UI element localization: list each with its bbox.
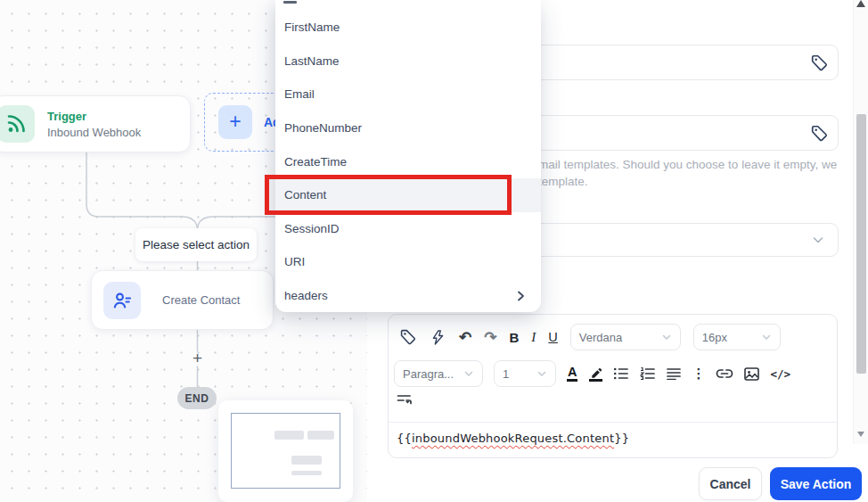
placeholder-bar: [274, 431, 304, 440]
dropdown-item-email[interactable]: Email: [275, 78, 541, 111]
dropdown-item-sessionid[interactable]: SessionID: [275, 212, 541, 246]
braces-open: {{: [397, 432, 412, 445]
editor-content[interactable]: {{inboundWebhookRequest.Content}}: [397, 432, 629, 445]
create-contact-node[interactable]: Create Contact: [91, 270, 274, 330]
template-wireframe: [231, 413, 340, 489]
editor-toolbar-row-1: ↶ ↷ B I U Verdana 16px: [399, 324, 781, 350]
editor-toolbar-row-2: Paragra... 1 A: [394, 360, 790, 387]
merge-token: inboundWebhookRequest.Content: [412, 432, 614, 445]
chevron-down-icon: [761, 332, 772, 342]
dynamic-value-bolt-icon[interactable]: [430, 329, 446, 346]
font-family-select[interactable]: Verdana: [570, 324, 681, 350]
paragraph-style-value: Paragra...: [403, 367, 454, 381]
font-size-value: 16px: [702, 331, 727, 344]
scroll-down-arrow-icon[interactable]: [857, 432, 864, 437]
helper-line-1: mail templates. Should you choose to lea…: [538, 156, 859, 173]
code-view-button[interactable]: </>: [770, 367, 790, 381]
end-badge: END: [177, 387, 217, 409]
redo-icon[interactable]: ↷: [484, 328, 496, 347]
dropdown-item-content[interactable]: Content: [275, 178, 541, 212]
save-action-button[interactable]: Save Action: [770, 467, 862, 500]
placeholder-bar: [307, 431, 334, 440]
panel-scrollbar[interactable]: [853, 0, 868, 444]
numbered-list-icon[interactable]: [640, 366, 656, 381]
dropdown-item-headers[interactable]: headers: [275, 279, 541, 313]
dropdown-item-createtime[interactable]: CreateTime: [275, 144, 541, 178]
more-options-icon[interactable]: ⋮: [692, 366, 705, 382]
line-height-value: 1: [503, 367, 509, 381]
align-justify-icon[interactable]: [667, 367, 681, 380]
braces-close: }}: [614, 432, 629, 445]
font-size-select[interactable]: 16px: [693, 324, 781, 350]
text-color-button[interactable]: A: [567, 366, 577, 382]
merge-tag-icon[interactable]: [399, 328, 417, 346]
chevron-down-icon: [536, 368, 547, 379]
chevron-down-icon: [811, 233, 825, 247]
toolbar-divider: [389, 422, 837, 423]
bold-button[interactable]: B: [510, 330, 520, 345]
scroll-up-arrow-icon[interactable]: [856, 0, 865, 7]
clipped-item-remnant: [283, 1, 297, 4]
helper-line-2: template.: [538, 173, 859, 190]
placeholder-bar: [291, 471, 322, 475]
contact-person-icon: [103, 282, 141, 319]
editor-toolbar-row-3: [397, 393, 413, 407]
plus-icon: +: [218, 105, 252, 139]
add-step-plus-icon[interactable]: +: [189, 350, 206, 366]
rich-text-editor: ↶ ↷ B I U Verdana 16px Paragra...: [388, 314, 838, 458]
helper-text: mail templates. Should you choose to lea…: [538, 156, 859, 190]
chevron-down-icon: [661, 332, 672, 342]
cancel-button[interactable]: Cancel: [699, 467, 762, 500]
dropdown-item-phonenumber[interactable]: PhoneNumber: [275, 111, 541, 145]
tag-icon[interactable]: [807, 121, 831, 144]
trigger-node[interactable]: Trigger Inbound Webhook: [0, 95, 191, 152]
webhook-fields-dropdown: FirstName LastName Email PhoneNumber Cre…: [275, 0, 541, 312]
image-icon[interactable]: [744, 367, 759, 381]
workflow-builder-screen: Trigger Inbound Webhook + Add Please sel…: [0, 0, 868, 502]
text-direction-icon[interactable]: [397, 393, 413, 407]
chevron-down-icon: [463, 368, 474, 379]
tag-icon[interactable]: [807, 51, 831, 74]
underline-button[interactable]: U: [548, 330, 557, 344]
bullet-list-icon[interactable]: [613, 366, 629, 381]
placeholder-bar: [291, 456, 322, 465]
link-icon[interactable]: [716, 367, 733, 380]
dropdown-item-uri[interactable]: URI: [275, 245, 541, 279]
webhook-signal-icon: [0, 105, 35, 143]
trigger-subtitle: Inbound Webhook: [47, 126, 141, 139]
chevron-right-icon: [514, 290, 527, 302]
line-height-select[interactable]: 1: [494, 360, 556, 387]
trigger-title: Trigger: [47, 110, 141, 123]
highlight-color-icon[interactable]: [588, 366, 602, 382]
paragraph-style-select[interactable]: Paragra...: [394, 360, 483, 387]
select-action-label: Please select action: [135, 228, 257, 261]
font-family-value: Verdana: [579, 331, 622, 344]
template-preview-card[interactable]: [218, 400, 353, 502]
italic-button[interactable]: I: [531, 330, 536, 345]
dropdown-item-firstname[interactable]: FirstName: [275, 11, 541, 45]
create-contact-label: Create Contact: [162, 293, 240, 307]
scrollbar-thumb[interactable]: [856, 114, 866, 374]
undo-icon[interactable]: ↶: [459, 328, 471, 347]
dropdown-item-lastname[interactable]: LastName: [275, 45, 541, 78]
